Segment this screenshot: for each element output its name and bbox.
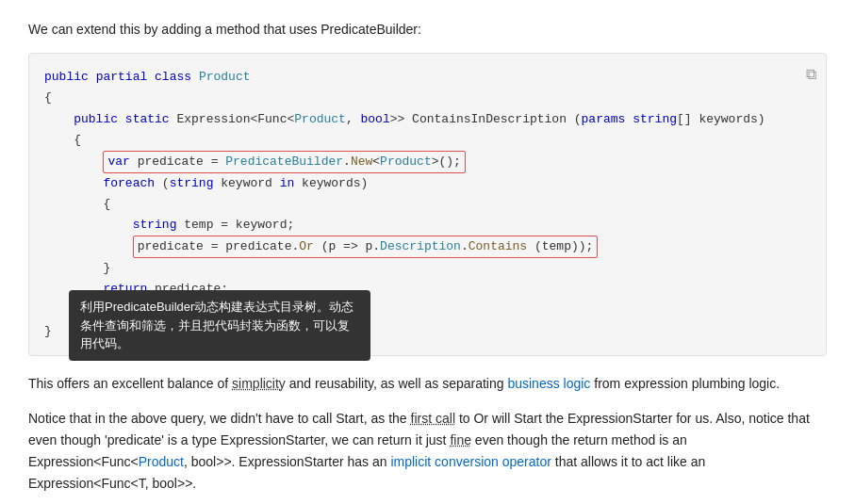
code-line-4: { [44,130,811,151]
paragraph-1: This offers an excellent balance of simp… [28,373,827,395]
copy-icon[interactable]: ⧉ [806,63,816,89]
code-line-8: string temp = keyword; [44,215,811,236]
intro-paragraph: We can extend this by adding a method th… [28,19,827,40]
code-block: ⧉ public partial class Product { public … [28,53,827,355]
paragraph-2: Notice that in the above query, we didn'… [28,408,827,495]
tooltip-box: 利用PredicateBuilder动态构建表达式目录树。动态条件查询和筛选，并… [69,290,370,361]
code-line-2: { [44,88,811,108]
code-line-3: public static Expression<Func<Product, b… [44,109,811,130]
code-line-7: { [44,194,811,215]
code-line-5: var predicate = PredicateBuilder.New<Pro… [44,151,811,173]
code-line-10: } [44,258,811,279]
code-line-1: public partial class Product [44,67,811,88]
code-line-9: predicate = predicate.Or (p => p.Descrip… [44,236,811,258]
code-line-6: foreach (string keyword in keywords) [44,173,811,194]
code-line-12: } 1 利用PredicateBuilder动态构建表达式目录树。动态条件查询和… [44,300,811,320]
